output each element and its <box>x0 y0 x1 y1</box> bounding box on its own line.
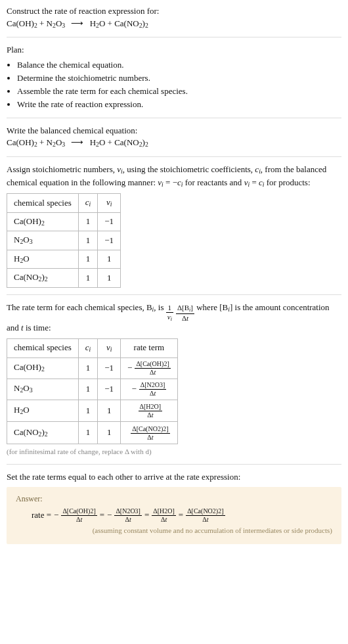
product-2: Ca(NO2)2 <box>114 18 148 28</box>
cell-rate: Δ[Ca(NO2)2]Δt <box>121 422 178 444</box>
cell-nui: −1 <box>98 212 121 231</box>
table-row: H2O 1 1 Δ[H2O]Δt <box>7 400 178 422</box>
table-row: Ca(NO2)2 1 1 Δ[Ca(NO2)2]Δt <box>7 422 178 444</box>
cell-rate: − Δ[N2O3]Δt <box>121 379 178 400</box>
divider <box>7 37 341 37</box>
balanced-equation: Ca(OH)2 + N2O3 ⟶ H2O + Ca(NO2)2 <box>7 137 341 150</box>
answer-box: Answer: rate = − Δ[Ca(OH)2]Δt = − Δ[N2O3… <box>7 487 341 543</box>
cell-ci: 1 <box>78 357 98 379</box>
col-rate: rate term <box>121 339 178 358</box>
fraction: 1 νi <box>166 304 173 322</box>
cell-nui: 1 <box>98 250 121 269</box>
cell-ci: 1 <box>78 400 98 422</box>
cell-species: Ca(NO2)2 <box>7 269 79 288</box>
arrow-icon: ⟶ <box>67 18 87 28</box>
cell-rate: Δ[H2O]Δt <box>121 400 178 422</box>
plus: + <box>108 18 115 28</box>
table-row: N2O3 1 −1 <box>7 231 121 250</box>
cell-ci: 1 <box>78 269 98 288</box>
table-row: chemical species ci νi rate term <box>7 339 178 358</box>
cell-nui: −1 <box>98 379 121 400</box>
table-row: chemical species ci νi <box>7 194 121 213</box>
cell-species: H2O <box>7 400 79 422</box>
list-item: Balance the chemical equation. <box>17 59 341 72</box>
rate-term-intro: The rate term for each chemical species,… <box>7 302 341 334</box>
plan-list: Balance the chemical equation. Determine… <box>7 59 341 110</box>
set-equal-text: Set the rate terms equal to each other t… <box>7 471 341 484</box>
plus: + <box>108 137 115 147</box>
product-1: H2O <box>90 18 106 28</box>
col-nui: νi <box>98 339 121 358</box>
plan-label: Plan: <box>7 44 341 57</box>
cell-nui: 1 <box>98 400 121 422</box>
cell-ci: 1 <box>78 231 98 250</box>
col-species: chemical species <box>7 194 79 213</box>
prompt-text: Construct the rate of reaction expressio… <box>7 5 341 18</box>
reactant-1: Ca(OH)2 <box>7 18 37 28</box>
col-ci: ci <box>78 339 98 358</box>
table-row: Ca(OH)2 1 −1 − Δ[Ca(OH)2]Δt <box>7 357 178 379</box>
divider <box>7 464 341 465</box>
cell-rate: − Δ[Ca(OH)2]Δt <box>121 357 178 379</box>
stoich-intro: Assign stoichiometric numbers, νi, using… <box>7 164 341 189</box>
table-row: H2O 1 1 <box>7 250 121 269</box>
balanced-label: Write the balanced chemical equation: <box>7 125 341 137</box>
divider <box>7 156 341 157</box>
stoich-table: chemical species ci νi Ca(OH)2 1 −1 N2O3… <box>7 193 121 288</box>
cell-species: N2O3 <box>7 379 79 400</box>
cell-nui: −1 <box>98 231 121 250</box>
reactant-2: N2O3 <box>47 137 66 147</box>
list-item: Write the rate of reaction expression. <box>17 99 341 111</box>
infinitesimal-note: (for infinitesimal rate of change, repla… <box>7 447 341 457</box>
table-row: Ca(NO2)2 1 1 <box>7 269 121 288</box>
plus: + <box>39 137 47 147</box>
table-row: Ca(OH)2 1 −1 <box>7 212 121 231</box>
col-species: chemical species <box>7 339 79 358</box>
fraction: Δ[Bi] Δt <box>176 304 194 322</box>
product-2: Ca(NO2)2 <box>114 137 148 147</box>
cell-species: Ca(OH)2 <box>7 212 79 231</box>
reactant-2: N2O3 <box>47 18 66 28</box>
cell-nui: 1 <box>98 422 121 444</box>
rate-expression: rate = − Δ[Ca(OH)2]Δt = − Δ[N2O3]Δt = Δ[… <box>16 508 332 523</box>
divider <box>7 118 341 118</box>
plus: + <box>39 18 47 28</box>
answer-label: Answer: <box>16 494 332 505</box>
product-1: H2O <box>90 137 106 147</box>
cell-species: N2O3 <box>7 231 79 250</box>
rate-eq-label: rate = <box>32 509 51 522</box>
divider <box>7 294 341 295</box>
cell-nui: −1 <box>98 357 121 379</box>
answer-note: (assuming constant volume and no accumul… <box>16 526 332 536</box>
list-item: Assemble the rate term for each chemical… <box>17 85 341 98</box>
cell-species: H2O <box>7 250 79 269</box>
cell-nui: 1 <box>98 269 121 288</box>
cell-ci: 1 <box>78 212 98 231</box>
cell-ci: 1 <box>78 422 98 444</box>
cell-ci: 1 <box>78 379 98 400</box>
cell-species: Ca(OH)2 <box>7 357 79 379</box>
arrow-icon: ⟶ <box>67 137 87 147</box>
unbalanced-equation: Ca(OH)2 + N2O3 ⟶ H2O + Ca(NO2)2 <box>7 18 341 31</box>
col-nui: νi <box>98 194 121 213</box>
reactant-1: Ca(OH)2 <box>7 137 37 147</box>
cell-species: Ca(NO2)2 <box>7 422 79 444</box>
col-ci: ci <box>78 194 98 213</box>
table-row: N2O3 1 −1 − Δ[N2O3]Δt <box>7 379 178 400</box>
rate-term-table: chemical species ci νi rate term Ca(OH)2… <box>7 338 178 444</box>
cell-ci: 1 <box>78 250 98 269</box>
list-item: Determine the stoichiometric numbers. <box>17 72 341 85</box>
